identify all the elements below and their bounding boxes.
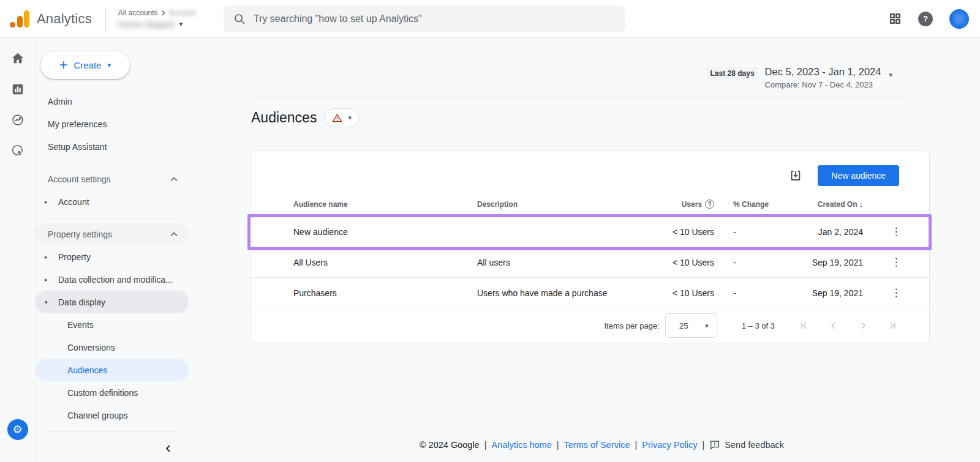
cell-change: - [714, 227, 791, 237]
sidebar-item-conversions[interactable]: Conversions [36, 336, 189, 359]
home-icon[interactable] [10, 51, 25, 66]
copyright-text: © 2024 Google [420, 440, 480, 450]
search-bar[interactable] [224, 6, 625, 32]
advertising-icon[interactable] [10, 143, 25, 158]
col-header-audience-name[interactable]: Audience name [293, 200, 477, 209]
last-page-icon[interactable] [886, 319, 899, 332]
import-audiences-icon[interactable] [789, 169, 802, 182]
gear-icon[interactable]: ⚙ [7, 419, 28, 440]
apps-grid-icon[interactable] [889, 12, 902, 25]
sidebar-item-account[interactable]: ▸ Account [36, 190, 189, 213]
collapse-sidebar-icon[interactable] [164, 444, 173, 453]
cell-users: < 10 Users [656, 288, 714, 298]
sidebar-item-events[interactable]: Events [36, 313, 189, 336]
help-icon[interactable]: ? [918, 12, 933, 26]
col-header-users[interactable]: Users [682, 200, 702, 209]
col-header-created-on[interactable]: Created On [818, 200, 858, 209]
new-audience-button[interactable]: New audience [818, 165, 899, 186]
row-kebab-menu-icon[interactable]: ⋮ [888, 226, 905, 237]
users-help-icon[interactable]: ? [705, 199, 714, 209]
section-account-settings[interactable]: Account settings [36, 168, 189, 190]
sidebar-item-channel-groups[interactable]: Channel groups [36, 404, 189, 427]
sidebar-item-property[interactable]: ▸ Property [36, 245, 189, 268]
nav-rail: ⚙ [0, 38, 36, 462]
cell-audience-name[interactable]: New audience [293, 227, 477, 237]
sidebar-item-my-preferences[interactable]: My preferences [36, 113, 189, 135]
items-per-page-select[interactable]: 25 ▾ [665, 313, 717, 338]
first-page-icon[interactable] [798, 319, 810, 332]
expand-down-icon: ▾ [45, 299, 50, 305]
chevron-right-icon [161, 10, 166, 16]
date-range-value: Dec 5, 2023 - Jan 1, 2024 [765, 66, 881, 78]
sidebar-item-data-collection[interactable]: ▸ Data collection and modifica... [36, 268, 189, 291]
analytics-home-link[interactable]: Analytics home [491, 440, 551, 450]
cell-users: < 10 Users [656, 227, 714, 237]
pagination-range-label: 1 – 3 of 3 [742, 321, 775, 330]
row-kebab-menu-icon[interactable]: ⋮ [888, 288, 905, 298]
items-per-page-label: Items per page: [604, 321, 659, 330]
send-feedback-button[interactable]: Send feedback [709, 439, 784, 450]
chevron-down-icon: ▾ [107, 62, 111, 69]
admin-settings-nav[interactable]: ⚙ [7, 419, 28, 440]
expand-right-icon: ▸ [45, 254, 50, 260]
row-kebab-menu-icon[interactable]: ⋮ [888, 257, 905, 267]
account-property-switcher[interactable]: All accounts Account Home Ripped ▾ [118, 9, 195, 29]
cell-created-on: Jan 2, 2024 [791, 227, 863, 237]
page-footer: © 2024 Google | Analytics home | Terms o… [224, 439, 980, 450]
cell-change: - [714, 288, 791, 298]
avatar[interactable] [949, 9, 969, 29]
cell-audience-name[interactable]: Purchasers [293, 288, 477, 298]
sort-descending-icon[interactable]: ↓ [859, 199, 864, 209]
table-row[interactable]: All Users All users < 10 Users - Sep 19,… [251, 247, 929, 278]
cell-created-on: Sep 19, 2021 [791, 288, 863, 298]
col-header-change[interactable]: % Change [714, 200, 791, 209]
terms-of-service-link[interactable]: Terms of Service [564, 440, 630, 450]
sidebar-item-admin[interactable]: Admin [36, 90, 189, 113]
header-divider [251, 97, 907, 97]
chevron-down-icon: ▾ [705, 322, 709, 329]
table-row[interactable]: New audience < 10 Users - Jan 2, 2024 ⋮ [251, 217, 929, 247]
sidebar-divider [47, 218, 179, 218]
chevron-down-icon[interactable]: ▾ [889, 72, 892, 78]
cell-change: - [714, 258, 791, 267]
explore-icon[interactable] [10, 113, 25, 127]
date-preset-badge: Last 28 days [707, 67, 758, 80]
page-title: Audiences [251, 110, 317, 126]
reports-icon[interactable] [10, 82, 25, 97]
sidebar-item-data-display[interactable]: ▾ Data display [36, 291, 189, 313]
privacy-policy-link[interactable]: Privacy Policy [642, 440, 697, 450]
breadcrumb[interactable]: All accounts [118, 9, 158, 17]
analytics-logo-icon[interactable] [10, 10, 29, 28]
warning-dropdown-button[interactable]: ▾ [324, 108, 359, 127]
sidebar-item-custom-definitions[interactable]: Custom definitions [36, 381, 189, 404]
chevron-up-icon [170, 232, 178, 237]
search-input[interactable] [254, 13, 615, 24]
expand-right-icon: ▸ [45, 199, 50, 205]
table-row[interactable]: Purchasers Users who have made a purchas… [251, 278, 929, 308]
cell-audience-name[interactable]: All Users [293, 258, 477, 267]
create-button[interactable]: + Create ▾ [40, 51, 130, 79]
previous-page-icon[interactable] [827, 319, 840, 332]
col-header-description[interactable]: Description [477, 200, 656, 209]
sidebar-divider [47, 163, 179, 163]
plus-icon: + [59, 58, 67, 72]
cell-users: < 10 Users [656, 258, 714, 267]
next-page-icon[interactable] [857, 319, 869, 332]
sidebar-item-setup-assistant[interactable]: Setup Assistant [36, 135, 189, 158]
date-range-picker[interactable]: Dec 5, 2023 - Jan 1, 2024 Compare: Nov 7… [765, 66, 881, 89]
pagination-bar: Items per page: 25 ▾ 1 – 3 of 3 [251, 308, 929, 343]
expand-right-icon: ▸ [45, 277, 50, 283]
sidebar-item-audiences[interactable]: Audiences [36, 359, 189, 381]
brand-title: Analytics [37, 11, 92, 27]
feedback-bubble-icon [709, 439, 720, 450]
search-icon [233, 13, 246, 25]
cell-description: Users who have made a purchase [477, 288, 656, 298]
audiences-table-card: New audience Audience name Description U… [250, 150, 930, 343]
warning-icon [331, 113, 343, 124]
cell-description: All users [477, 258, 656, 267]
date-compare-value: Compare: Nov 7 - Dec 4, 2023 [765, 80, 881, 89]
chevron-down-icon: ▾ [179, 21, 183, 28]
chevron-down-icon: ▾ [348, 114, 352, 121]
section-property-settings[interactable]: Property settings [36, 223, 189, 245]
account-name-redacted: Account [169, 9, 195, 17]
